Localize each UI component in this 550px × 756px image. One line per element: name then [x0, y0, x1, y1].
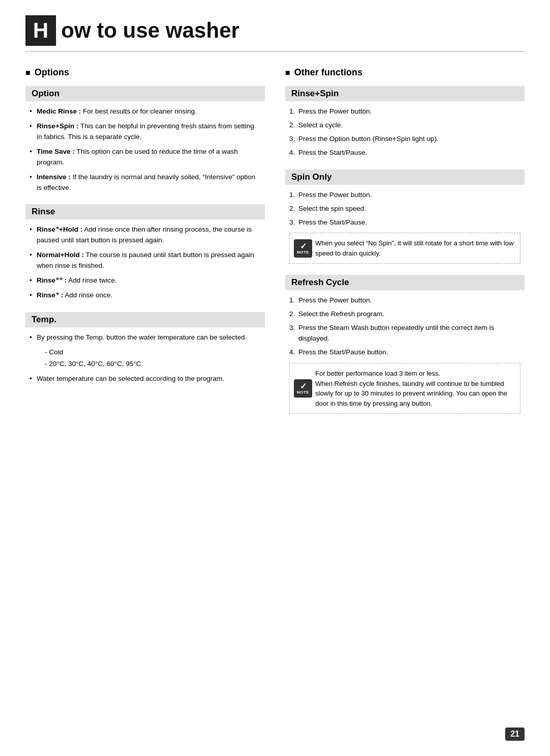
rinse-spin-body: Press the Power button. Select a cycle. … [285, 106, 525, 158]
step-text: Select a cycle. [298, 121, 343, 129]
list-item: Water temperature can be selected accord… [30, 374, 261, 384]
item-bold: Rinse⁺ : [37, 291, 63, 299]
other-functions-heading: Other functions [285, 67, 525, 78]
left-column: Options Option Medic Rinse : For best re… [25, 67, 265, 396]
item-bold: Normal+Hold : [37, 251, 84, 259]
list-item: Select the Refresh program. [289, 309, 520, 320]
option-body: Medic Rinse : For best results or for cl… [25, 106, 265, 193]
item-bold: Rinse⁺+Hold : [37, 226, 82, 233]
step-text: Select the spin speed. [298, 205, 366, 212]
step-text: Press the Steam Wash button repeatedly u… [298, 324, 494, 342]
list-item: Press the Start/Pause button. [289, 347, 520, 358]
list-item: Press the Steam Wash button repeatedly u… [289, 323, 520, 344]
list-item: Medic Rinse : For best results or for cl… [30, 106, 261, 117]
step-text: Press the Start/Pause. [298, 218, 367, 226]
page: H ow to use washer Options Option Medic … [0, 0, 550, 756]
item-bold: Time Save : [37, 148, 75, 155]
list-item: Normal+Hold : The course is paused until… [30, 250, 261, 271]
right-column: Other functions Rinse+Spin Press the Pow… [285, 67, 525, 425]
refresh-note-box: ✓ NOTE For better performance load 3 ite… [289, 363, 520, 414]
option-title: Option [25, 86, 265, 101]
temp-body: By pressing the Temp. button the water t… [25, 332, 265, 384]
list-item: By pressing the Temp. button the water t… [30, 332, 261, 343]
step-text: Press the Power button. [298, 191, 372, 199]
spin-only-body: Press the Power button. Select the spin … [285, 190, 525, 264]
temp-sub-temps: - 20°C, 30°C, 40°C, 60°C, 95°C [30, 359, 261, 370]
list-item: Press the Option button (Rinse+Spin ligh… [289, 134, 520, 145]
refresh-note-content: For better performance load 3 item or le… [315, 369, 514, 408]
temp-sub-cold: - Cold [30, 347, 261, 358]
refresh-note-line2: When Refresh cycle finishes, laundry wil… [315, 380, 507, 407]
two-col-layout: Options Option Medic Rinse : For best re… [25, 67, 525, 425]
rinse-title: Rinse [25, 204, 265, 219]
list-item: Press the Start/Pause. [289, 217, 520, 228]
step-text: Press the Power button. [298, 296, 372, 304]
list-item: Press the Power button. [289, 190, 520, 201]
step-text: Press the Start/Pause. [298, 149, 367, 156]
header-h-letter: H [25, 15, 56, 46]
note-icon-2: ✓ NOTE [294, 379, 312, 398]
step-text: Press the Start/Pause button. [298, 348, 388, 356]
page-number: 21 [505, 727, 525, 741]
note-icon: ✓ NOTE [294, 239, 312, 258]
list-item: Rinse⁺+Hold : Add rinse once then after … [30, 225, 261, 246]
note-label-2: NOTE [297, 390, 309, 395]
spin-only-title: Spin Only [285, 170, 525, 185]
item-text: For best results or for cleaner rinsing. [81, 107, 197, 115]
list-item: Press the Power button. [289, 295, 520, 306]
check-icon: ✓ [300, 242, 307, 250]
check-icon-2: ✓ [300, 382, 307, 390]
temp-subsection: Temp. By pressing the Temp. button the w… [25, 312, 265, 384]
item-bold: Rinse+Spin : [37, 122, 78, 130]
option-subsection: Option Medic Rinse : For best results or… [25, 86, 265, 193]
refresh-note-line1: For better performance load 3 item or le… [315, 370, 441, 377]
rinse-spin-title: Rinse+Spin [285, 86, 525, 101]
refresh-cycle-body: Press the Power button. Select the Refre… [285, 295, 525, 414]
item-text: Water temperature can be selected accord… [37, 375, 224, 382]
list-item: Rinse⁺⁺ : Add rinse twice. [30, 275, 261, 286]
rinse-spin-subsection: Rinse+Spin Press the Power button. Selec… [285, 86, 525, 158]
list-item: Select a cycle. [289, 120, 520, 131]
temp-title: Temp. [25, 312, 265, 327]
step-text: Press the Option button (Rinse+Spin ligh… [298, 135, 438, 143]
refresh-cycle-subsection: Refresh Cycle Press the Power button. Se… [285, 275, 525, 414]
step-text: Select the Refresh program. [298, 310, 384, 318]
rinse-body: Rinse⁺+Hold : Add rinse once then after … [25, 225, 265, 301]
note-label: NOTE [297, 250, 309, 255]
list-item: Select the spin speed. [289, 204, 520, 214]
item-text: Add rinse twice. [67, 276, 117, 284]
item-text: Add rinse once. [63, 291, 113, 299]
page-title: ow to use washer [61, 18, 239, 43]
list-item: Time Save : This option can be used to r… [30, 147, 261, 168]
spin-only-note-text: When you select “No Spin”, it will still… [315, 239, 513, 257]
refresh-cycle-title: Refresh Cycle [285, 275, 525, 290]
item-bold: Medic Rinse : [37, 107, 81, 115]
item-text: By pressing the Temp. button the water t… [37, 333, 247, 341]
spin-only-subsection: Spin Only Press the Power button. Select… [285, 170, 525, 264]
list-item: Press the Power button. [289, 106, 520, 117]
list-item: Press the Start/Pause. [289, 148, 520, 158]
step-text: Press the Power button. [298, 107, 372, 115]
list-item: Intensive : If the laundry is normal and… [30, 172, 261, 193]
list-item: Rinse+Spin : This can be helpful in prev… [30, 121, 261, 143]
item-bold: Rinse⁺⁺ : [37, 276, 67, 284]
options-section-heading: Options [25, 67, 265, 78]
spin-only-note-box: ✓ NOTE When you select “No Spin”, it wil… [289, 233, 520, 264]
rinse-subsection: Rinse Rinse⁺+Hold : Add rinse once then … [25, 204, 265, 301]
page-header: H ow to use washer [25, 15, 525, 52]
item-bold: Intensive : [37, 173, 71, 181]
list-item: Rinse⁺ : Add rinse once. [30, 290, 261, 301]
